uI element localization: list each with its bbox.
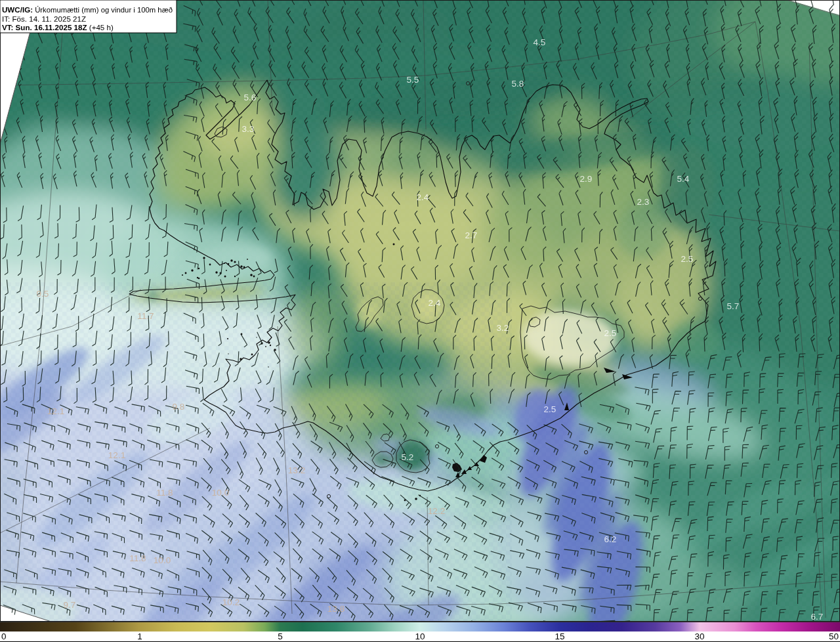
svg-text:5: 5 bbox=[278, 631, 283, 641]
svg-text:10.2: 10.2 bbox=[222, 597, 240, 607]
svg-text:VT: Sun. 16.11.2025 18Z (+45 h: VT: Sun. 16.11.2025 18Z (+45 h) bbox=[2, 23, 114, 32]
svg-text:12.1: 12.1 bbox=[47, 406, 64, 416]
svg-text:11.8: 11.8 bbox=[129, 553, 146, 563]
svg-text:30: 30 bbox=[694, 631, 704, 641]
svg-text:2.5: 2.5 bbox=[544, 404, 556, 414]
svg-text:IT: Fös. 14. 11. 2025 21Z: IT: Fös. 14. 11. 2025 21Z bbox=[2, 14, 86, 23]
svg-text:12.1: 12.1 bbox=[108, 450, 125, 460]
svg-text:9.7: 9.7 bbox=[64, 600, 76, 610]
svg-text:3.2: 3.2 bbox=[497, 323, 509, 333]
svg-text:13.2: 13.2 bbox=[288, 465, 305, 475]
svg-text:2.9: 2.9 bbox=[580, 174, 593, 184]
svg-text:UWC/IG: Úrkomumætti (mm) og vi: UWC/IG: Úrkomumætti (mm) og vindur i 100… bbox=[2, 5, 173, 14]
svg-text:4.5: 4.5 bbox=[534, 37, 546, 47]
svg-text:11.8: 11.8 bbox=[156, 488, 173, 498]
svg-text:10.0: 10.0 bbox=[154, 555, 171, 565]
svg-text:50: 50 bbox=[829, 631, 839, 641]
svg-text:5.2: 5.2 bbox=[402, 452, 414, 462]
svg-text:9.8: 9.8 bbox=[173, 402, 185, 412]
svg-text:2.5: 2.5 bbox=[604, 328, 617, 338]
svg-text:11.7: 11.7 bbox=[137, 311, 154, 321]
svg-text:1: 1 bbox=[137, 631, 142, 641]
svg-text:5.7: 5.7 bbox=[727, 301, 740, 311]
svg-text:15: 15 bbox=[555, 631, 564, 641]
svg-text:6.7: 6.7 bbox=[811, 612, 824, 622]
svg-text:2.7: 2.7 bbox=[465, 230, 478, 240]
svg-text:5.8: 5.8 bbox=[512, 79, 524, 89]
svg-text:10.0: 10.0 bbox=[212, 488, 229, 498]
svg-text:0: 0 bbox=[1, 631, 7, 641]
svg-text:5.5: 5.5 bbox=[407, 75, 419, 85]
svg-text:12.2: 12.2 bbox=[428, 506, 445, 516]
svg-text:2.4: 2.4 bbox=[417, 192, 429, 202]
svg-text:2.4: 2.4 bbox=[429, 298, 441, 308]
svg-text:5.4: 5.4 bbox=[677, 174, 690, 184]
svg-text:9.5: 9.5 bbox=[37, 289, 49, 299]
svg-text:5.6: 5.6 bbox=[244, 93, 257, 102]
svg-text:13.8: 13.8 bbox=[327, 604, 345, 614]
svg-text:2.5: 2.5 bbox=[681, 254, 694, 264]
svg-text:2.3: 2.3 bbox=[637, 197, 650, 207]
svg-text:6.2: 6.2 bbox=[604, 534, 617, 544]
svg-text:3.3: 3.3 bbox=[242, 124, 255, 134]
svg-text:10: 10 bbox=[415, 631, 425, 641]
